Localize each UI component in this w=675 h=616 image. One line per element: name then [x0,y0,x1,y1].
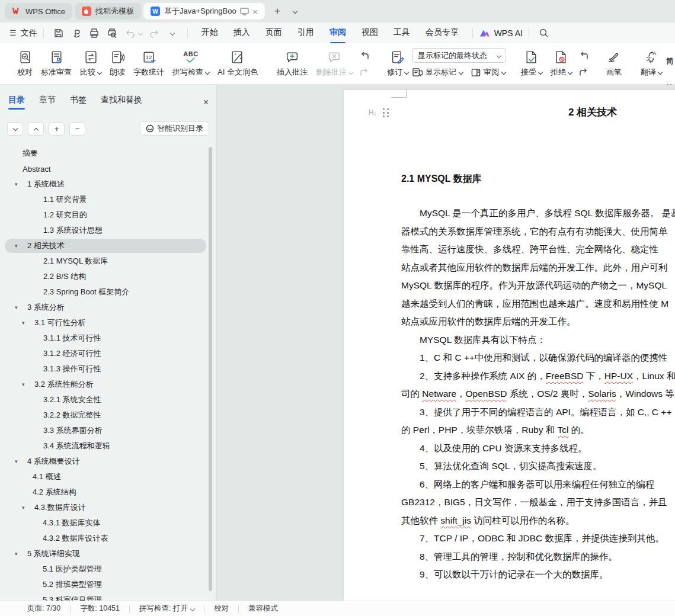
menu-item-tools[interactable]: 工具 [394,27,410,39]
tab-wps-office[interactable]: WPS Office [5,3,72,20]
document-text-line[interactable]: 器模式的关系数据库管理系统，它的有点有有功能强大、使用简单 [401,223,675,241]
insert-comment-button[interactable]: 插入批注 [273,43,312,84]
menu-item-reference[interactable]: 引用 [297,27,314,39]
sidebar-tab-bookmark[interactable]: 书签 [70,95,87,110]
sidebar-tab-chapter[interactable]: 章节 [39,95,56,110]
toc-item[interactable]: 4.3.2 数据库设计表 [0,531,209,546]
document-text-line[interactable]: 3、提供了用于不同的编程语言的 API。编程语言，如 C,, C ++ [401,403,675,422]
toc-item[interactable]: 5.3 科室信息管理 [0,592,209,601]
toc-expand-arrow-icon[interactable]: ▾ [22,320,25,326]
print-button[interactable] [87,26,102,40]
document-text-line[interactable]: GB2312，BIG5，日文写作，一般基金，用于支持多国语言，并且 [401,493,675,512]
page-indicator[interactable]: 页面: 7/30 [27,604,60,614]
proofread-status[interactable]: 校对 [214,604,229,614]
toc-item[interactable]: 2.1 MYSQL 数据库 [0,254,209,269]
document-text-line[interactable]: 司的 Netware，OpenBSD 系统，OS/2 裏时，Solaris，Wi… [401,385,675,403]
toc-item[interactable]: 摘要 [0,146,209,161]
proofread-button[interactable]: 校对 [13,43,37,84]
tab-docer-templates[interactable]: 找稻壳模板 [75,3,141,20]
zoom-in-outline-button[interactable]: + [49,122,65,136]
document-text-line[interactable]: 站点或应用软件的数据库后端的开发工作。 [401,313,675,331]
document-text-line[interactable]: MySQL 是一个真正的多用户、多线程 SQL 数据库服务器。 是基 [401,204,675,223]
toc-item[interactable]: ▾4.3.数据库设计 [0,500,209,515]
menu-item-page[interactable]: 页面 [265,27,282,39]
document-text-line[interactable]: MYSQL 数据库具有以下特点： [401,331,675,349]
toc-item[interactable]: ▾4 系统概要设计 [0,454,209,469]
new-tab-button[interactable]: + [270,4,285,19]
sidebar-tab-catalog[interactable]: 目录 [8,95,25,110]
document-text-line[interactable]: 6、网络上的客户端和服务器可以用来编程任何独立的编程 [401,476,675,494]
file-menu[interactable]: ☰ 文件 [9,28,37,38]
heading-level-badge[interactable]: H₁ [369,108,376,117]
document-text-line[interactable]: 的 Perl，PHP，埃菲尔铁塔，Ruby 和 Tcl 的。 [401,421,675,439]
section-heading[interactable]: 2.1 MYSQL 数据库 [401,173,482,185]
toc-item[interactable]: 5.2 排班类型管理 [0,577,209,592]
zoom-out-outline-button[interactable]: − [69,122,85,136]
standard-review-button[interactable]: 标准审查 [37,43,76,84]
next-comment-button[interactable] [359,67,370,78]
toc-item[interactable]: 3.1.2 经济可行性 [0,346,209,361]
toc-item[interactable]: 3.1.1 技术可行性 [0,331,209,346]
document-text-line[interactable]: 越来越受到人们的青睐，应用范围也越来越广。速度和易用性使 M [401,295,675,313]
screen-share-icon[interactable] [240,8,249,15]
delete-comment-button[interactable]: 删除批注 [312,43,357,84]
search-icon[interactable] [536,26,552,40]
toc-item[interactable]: ▾1 系统概述 [0,177,209,192]
previous-change-button[interactable] [578,50,590,61]
toc-item[interactable]: ▾3.1 可行性分析 [0,315,209,331]
spell-check-indicator[interactable]: 拼写检查: 打开 [139,604,194,614]
menu-item-member[interactable]: 会员专享 [426,27,459,39]
toc-item[interactable]: ▾5 系统详细实现 [0,546,209,562]
collapse-all-button[interactable] [28,122,44,136]
word-count-indicator[interactable]: 字数: 10451 [80,604,120,614]
menu-item-review[interactable]: 审阅 [329,27,346,39]
toc-expand-arrow-icon[interactable]: ▾ [15,458,18,464]
redo-button[interactable] [147,26,162,40]
tab-document-active[interactable]: W 基于Java+SpringBoot+MyS × [143,3,265,20]
show-markup-button[interactable]: 显示标记 [412,67,463,78]
pen-button[interactable]: 画笔 [602,43,626,84]
compatibility-mode-indicator[interactable]: 兼容模式 [248,604,278,614]
review-pane-button[interactable]: 审阅 [471,67,506,78]
document-text-line[interactable]: 站点或者其他应用软件的数据库后端的开发工作。此外，用户可利 [401,259,675,277]
document-text-line[interactable]: MySQL 数据库的程序。作为开放源代码运动的产物之一，MySQL [401,277,675,295]
to-traditional-button[interactable]: 简→ 转繁 [666,50,675,72]
toc-item[interactable]: 1.2 研究目的 [0,207,209,223]
toc-item[interactable]: 3.4 系统流程和逻辑 [0,438,209,454]
ai-polish-button[interactable]: AI 全文润色 [213,43,262,84]
toc-item[interactable]: Abstract [0,161,209,177]
sidebar-tab-find-replace[interactable]: 查找和替换 [101,95,142,110]
undo-history-chevron-icon[interactable] [136,26,145,40]
previous-comment-button[interactable] [359,50,370,61]
word-count-button[interactable]: 12 字数统计 [129,43,168,84]
document-text-line[interactable]: 靠性高、运行速度快、多线程、跨平台性、完全网络化、稳定性 [401,240,675,259]
print-preview-button[interactable] [104,26,120,40]
toc-expand-arrow-icon[interactable]: ▾ [22,505,25,511]
toc-item[interactable]: ▾2 相关技术 [0,238,209,254]
expand-all-button[interactable] [7,122,23,136]
menu-item-home[interactable]: 开始 [201,27,218,39]
toc-item[interactable]: 5.1 医护类型管理 [0,562,209,577]
spell-check-button[interactable]: ABC 拼写检查 [168,43,213,84]
next-change-button[interactable] [578,67,590,78]
toc-item[interactable]: 4.1 概述 [0,469,209,485]
sidebar-scrollbar[interactable] [209,147,212,591]
close-sidebar-icon[interactable]: × [203,98,209,107]
document-text-line[interactable]: 7、TCP / IP，ODBC 和 JDBC 数据库，并提供连接到其他。 [401,530,675,548]
export-pdf-button[interactable] [69,26,84,40]
markup-state-select[interactable]: 显示标记的最终状态 [412,48,506,63]
tab-list-button[interactable] [287,4,303,19]
read-aloud-button[interactable]: 朗读 [105,43,129,84]
toc-item[interactable]: 1.3 系统设计思想 [0,223,209,238]
toc-item[interactable]: 4.2 系统结构 [0,485,209,500]
toc-expand-arrow-icon[interactable]: ▾ [15,551,18,557]
translate-button[interactable]: 文A 翻译 [636,43,666,84]
toc-item[interactable]: ▾3 系统分析 [0,300,209,315]
toc-item[interactable]: 2.2 B/S 结构 [0,269,209,284]
toc-item[interactable]: 3.3 系统界面分析 [0,423,209,438]
menu-item-view[interactable]: 视图 [362,27,378,39]
undo-button[interactable] [122,26,137,40]
save-button[interactable] [51,26,66,40]
document-text-line[interactable]: 4、以及使用的 CPU 资源来支持多线程。 [401,439,675,458]
toc-item[interactable]: 4.3.1 数据库实体 [0,515,209,531]
